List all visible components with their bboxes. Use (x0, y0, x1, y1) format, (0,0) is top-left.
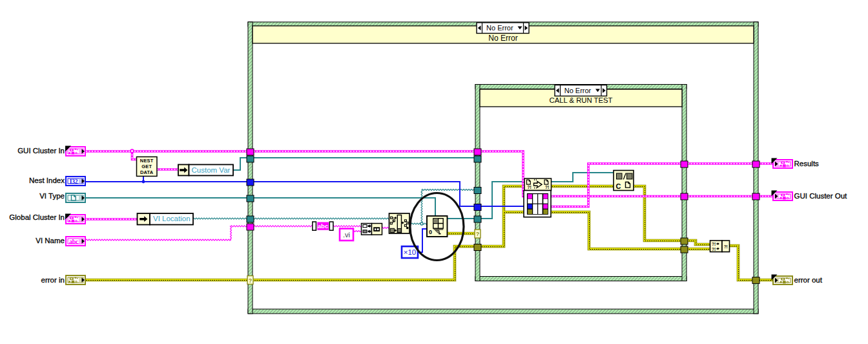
svg-text:No Error: No Error (486, 24, 513, 32)
svg-text:Global Cluster In: Global Cluster In (9, 213, 65, 221)
svg-text:?!: ?! (712, 242, 716, 246)
svg-text:GUI Cluster Out: GUI Cluster Out (794, 192, 848, 200)
svg-text:?!: ?! (712, 247, 716, 252)
svg-text:DATA: DATA (140, 169, 154, 175)
svg-text:Nest Index: Nest Index (29, 177, 65, 184)
svg-text:C: C (616, 182, 621, 190)
svg-text:GUI Cluster In: GUI Cluster In (17, 147, 65, 155)
svg-text:?: ? (249, 277, 253, 284)
svg-text:No Error: No Error (564, 87, 592, 94)
svg-text:No Error: No Error (488, 34, 517, 43)
svg-text:Results: Results (794, 160, 820, 167)
svg-text:CALL & RUN TEST: CALL & RUN TEST (550, 96, 613, 104)
svg-text:abc: abc (69, 238, 79, 245)
svg-text:×10: ×10 (404, 248, 417, 256)
svg-text:I32: I32 (70, 178, 78, 185)
svg-text:0: 0 (429, 229, 432, 235)
svg-text:VI Location: VI Location (153, 215, 191, 222)
svg-text:abc: abc (318, 222, 328, 230)
svg-text:error out: error out (794, 276, 823, 284)
svg-text:.vi: .vi (343, 231, 350, 239)
svg-text:error in: error in (41, 276, 65, 284)
svg-text:Custom Var: Custom Var (192, 166, 231, 174)
svg-text:?!: ?! (545, 185, 550, 189)
svg-text:GET: GET (141, 164, 152, 169)
svg-text:?!: ?! (527, 185, 532, 189)
svg-text:?: ? (476, 231, 480, 237)
svg-text:VI Type: VI Type (39, 192, 65, 200)
svg-text:VI Name: VI Name (36, 237, 65, 244)
svg-text:NEST: NEST (140, 158, 154, 164)
svg-text:?!: ?! (724, 244, 728, 249)
